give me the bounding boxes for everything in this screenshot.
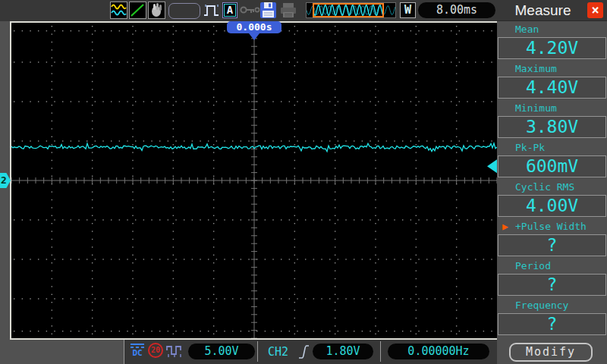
print-button[interactable] — [279, 2, 297, 19]
measure-value: ? — [498, 274, 606, 296]
channel2-ground-marker[interactable]: 2 — [0, 173, 11, 188]
usb-slot-placeholder — [168, 3, 200, 19]
rising-edge-icon — [297, 343, 310, 361]
selected-item-marker-icon: ▶ — [502, 218, 508, 234]
measure-label: Maximum — [497, 61, 607, 77]
measure-label: Minimum — [497, 100, 607, 116]
keylock-icon[interactable] — [240, 5, 258, 22]
waveform-preview[interactable] — [306, 2, 396, 18]
measure-item-minimum: Minimum 3.80V — [497, 100, 607, 138]
measure-item-frequency: Frequency ? — [497, 297, 607, 335]
waveform-display-icon[interactable] — [110, 2, 127, 19]
bandwidth-limit-icon[interactable]: 20 — [148, 343, 163, 358]
measure-item-pulse-width: ▶ +Pulse Width ? — [497, 218, 607, 256]
printer-icon — [279, 2, 297, 19]
measure-value: 4.40V — [498, 77, 606, 99]
separator — [380, 341, 381, 362]
key-icon — [240, 5, 261, 16]
auto-mode-icon[interactable]: A — [222, 2, 237, 18]
top-toolbar: A — [0, 0, 497, 21]
measure-label: Frequency — [497, 297, 607, 313]
close-button[interactable]: × — [587, 2, 603, 18]
measure-item-period: Period ? — [497, 258, 607, 296]
dc-solid-line — [131, 344, 144, 345]
measure-item-maximum: Maximum 4.40V — [497, 61, 607, 99]
measure-value: 600mV — [498, 155, 606, 177]
measure-value: ? — [498, 234, 606, 256]
preview-wave-svg — [307, 3, 395, 17]
trigger-position-label[interactable]: 0.000s — [227, 21, 281, 33]
measure-label-text: +Pulse Width — [515, 221, 587, 232]
measure-label: Cyclic RMS — [497, 179, 607, 195]
plot-area — [10, 21, 497, 340]
measure-label: Mean — [497, 21, 607, 37]
coupling-label: DC — [129, 348, 146, 358]
measure-value: 4.20V — [498, 37, 606, 59]
pulse-icon — [203, 2, 221, 19]
measure-value: 3.80V — [498, 116, 606, 138]
diagonal-line-icon[interactable] — [129, 2, 146, 19]
measure-panel: Measure × Mean 4.20V Maximum 4.40V Minim… — [497, 0, 607, 364]
separator — [257, 341, 258, 362]
measure-value: 4.00V — [498, 195, 606, 217]
pulse-mode-icon[interactable] — [203, 2, 221, 19]
trigger-level-marker — [487, 159, 497, 173]
measure-label: ▶ +Pulse Width — [497, 218, 607, 234]
save-button[interactable] — [259, 2, 278, 19]
trigger-level-readout[interactable]: 1.80V — [313, 344, 373, 359]
trigger-frequency-readout: 0.00000Hz — [388, 344, 489, 359]
measure-label: Pk-Pk — [497, 140, 607, 155]
status-bar: DC 20 5.00V CH2 1.80V 0.00000Hz — [124, 340, 497, 364]
zoom-window-button[interactable]: W — [400, 2, 416, 18]
measure-value: ? — [498, 313, 606, 335]
measure-item-mean: Mean 4.20V — [497, 21, 607, 59]
dual-wave-icon — [111, 2, 127, 18]
measure-item-pkpk: Pk-Pk 600mV — [497, 140, 607, 177]
measure-item-cyclic-rms: Cyclic RMS 4.00V — [497, 179, 607, 217]
squarewave-icon[interactable] — [166, 344, 184, 362]
scope-svg — [11, 23, 497, 338]
trigger-source-label: CH2 — [268, 344, 288, 359]
volts-per-div-readout[interactable]: 5.00V — [188, 344, 255, 359]
trigger-position-arrow-icon[interactable] — [249, 33, 259, 40]
hand-tool-icon[interactable] — [148, 2, 165, 19]
hand-icon — [149, 2, 165, 18]
measure-label: Period — [497, 258, 607, 274]
modify-button[interactable]: Modify — [509, 343, 593, 362]
oscilloscope-app: A — [0, 0, 607, 364]
save-floppy-icon — [259, 2, 277, 19]
coupling-dc-icon[interactable]: DC — [129, 343, 146, 361]
green-line-icon — [130, 2, 146, 18]
timebase-readout[interactable]: 8.00ms — [418, 2, 495, 18]
